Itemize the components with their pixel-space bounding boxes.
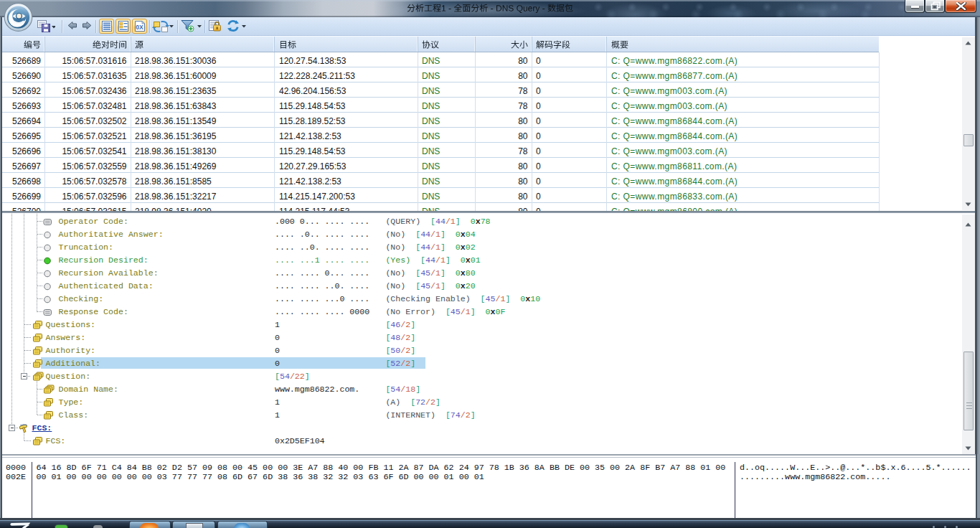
svg-text:0X: 0X <box>136 24 143 31</box>
